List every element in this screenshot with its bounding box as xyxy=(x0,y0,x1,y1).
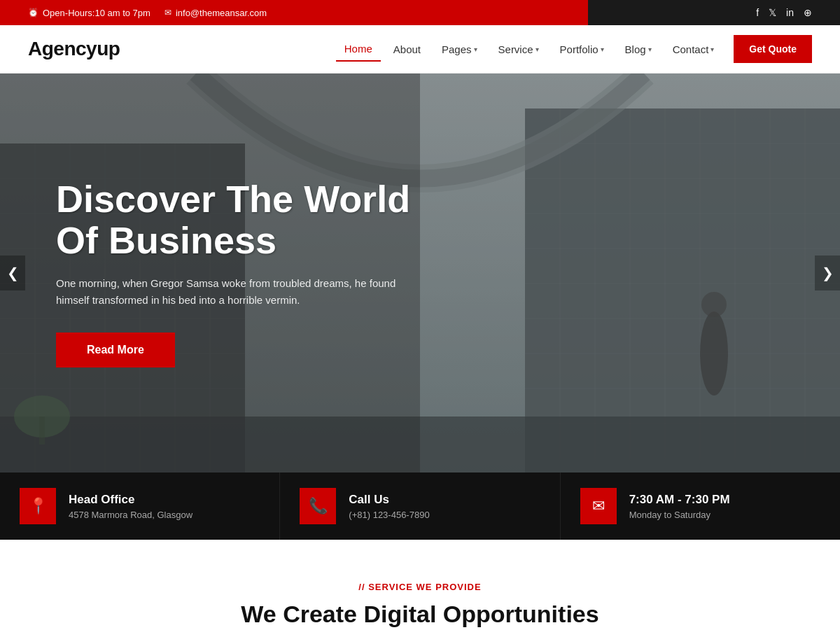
email-text: info@themeansar.com xyxy=(176,8,267,18)
nav-contact[interactable]: Contact ▾ xyxy=(664,38,723,61)
info-card-office: 📍 Head Office 4578 Marmora Road, Glasgow xyxy=(0,472,280,540)
hours-text: Open-Hours:10 am to 7pm xyxy=(43,8,150,18)
hero-section: Discover The World Of Business One morni… xyxy=(0,74,840,472)
top-bar-contact: ⏰ Open-Hours:10 am to 7pm ✉ info@themean… xyxy=(28,8,267,18)
nav-home[interactable]: Home xyxy=(336,37,381,62)
info-card-phone-title: Call Us xyxy=(349,493,429,507)
info-card-office-detail: 4578 Marmora Road, Glasgow xyxy=(69,510,192,520)
info-card-office-text: Head Office 4578 Marmora Road, Glasgow xyxy=(69,493,192,520)
hero-prev-button[interactable]: ❮ xyxy=(0,255,25,290)
nav-blog[interactable]: Blog ▾ xyxy=(617,38,660,61)
nav-service[interactable]: Service ▾ xyxy=(490,38,547,61)
googleplus-icon[interactable]: ⊕ xyxy=(804,7,812,18)
service-caret: ▾ xyxy=(536,46,539,53)
info-card-hours-title: 7:30 AM - 7:30 PM xyxy=(629,493,730,507)
nav-about[interactable]: About xyxy=(385,38,429,61)
info-card-phone-detail: (+81) 123-456-7890 xyxy=(349,510,429,520)
location-icon: 📍 xyxy=(20,488,56,524)
info-card-hours-detail: Monday to Saturday xyxy=(629,510,730,520)
portfolio-caret: ▾ xyxy=(601,46,604,53)
info-card-phone: 📞 Call Us (+81) 123-456-7890 xyxy=(280,472,560,540)
hero-title: Discover The World Of Business xyxy=(56,178,448,262)
open-hours: ⏰ Open-Hours:10 am to 7pm xyxy=(28,8,150,18)
blog-caret: ▾ xyxy=(648,46,652,53)
services-section: // SERVICE WE PROVIDE We Create Digital … xyxy=(0,540,840,630)
email-contact: ✉ info@themeansar.com xyxy=(164,8,267,18)
email-icon: ✉ xyxy=(164,8,172,18)
services-title: We Create Digital Opportunities xyxy=(56,601,784,628)
nav-pages[interactable]: Pages ▾ xyxy=(433,38,486,61)
facebook-icon[interactable]: f xyxy=(756,7,759,18)
social-links: f 𝕏 in ⊕ xyxy=(756,7,812,18)
read-more-button[interactable]: Read More xyxy=(56,332,175,368)
logo: Agencyup xyxy=(28,38,120,60)
hero-content: Discover The World Of Business One morni… xyxy=(0,74,840,472)
header: Agencyup Home About Pages ▾ Service ▾ Po… xyxy=(0,25,840,74)
info-cards: 📍 Head Office 4578 Marmora Road, Glasgow… xyxy=(0,472,840,540)
twitter-icon[interactable]: 𝕏 xyxy=(769,7,776,18)
info-card-phone-text: Call Us (+81) 123-456-7890 xyxy=(349,493,429,520)
main-nav: Home About Pages ▾ Service ▾ Portfolio ▾… xyxy=(336,35,812,63)
info-card-hours-text: 7:30 AM - 7:30 PM Monday to Saturday xyxy=(629,493,730,520)
services-subtitle: // SERVICE WE PROVIDE xyxy=(56,582,784,592)
info-card-hours: ✉ 7:30 AM - 7:30 PM Monday to Saturday xyxy=(561,472,840,540)
hero-next-button[interactable]: ❯ xyxy=(815,255,840,290)
get-quote-button[interactable]: Get Quote xyxy=(734,35,812,63)
nav-portfolio[interactable]: Portfolio ▾ xyxy=(552,38,612,61)
envelope-icon: ✉ xyxy=(580,488,617,524)
phone-icon: 📞 xyxy=(300,488,336,524)
linkedin-icon[interactable]: in xyxy=(786,7,794,18)
pages-caret: ▾ xyxy=(474,46,477,53)
hero-subtitle: One morning, when Gregor Samsa woke from… xyxy=(56,275,420,309)
top-bar: ⏰ Open-Hours:10 am to 7pm ✉ info@themean… xyxy=(0,0,840,25)
contact-caret: ▾ xyxy=(710,46,714,53)
clock-icon: ⏰ xyxy=(28,8,38,18)
info-card-office-title: Head Office xyxy=(69,493,192,507)
